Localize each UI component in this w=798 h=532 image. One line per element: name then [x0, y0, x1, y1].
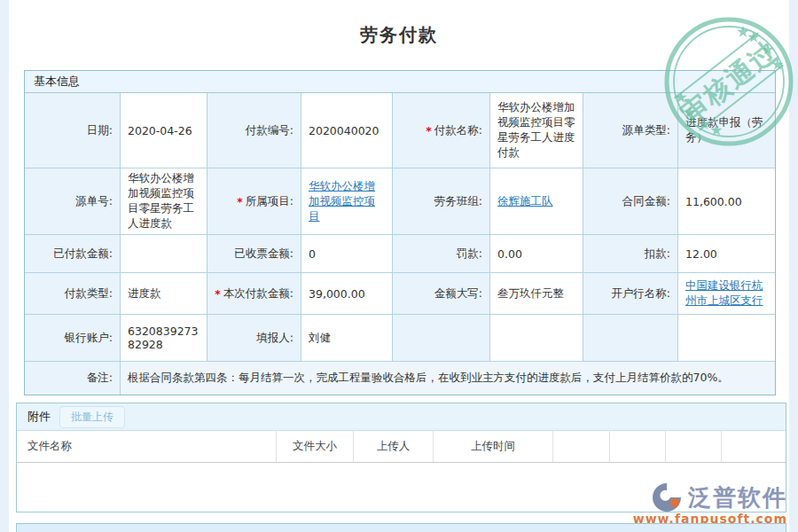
- page-title: 劳务付款: [9, 23, 789, 47]
- field-label-text: 日期:: [87, 123, 113, 138]
- fanpu-logo-icon: [651, 481, 683, 513]
- page-card: 劳务付款 基本信息 日期: 2020-04-26 付款编号: 202004002…: [9, 0, 789, 532]
- field-value-text: 华软办公楼增加视频监控项目零星劳务工人进度款: [128, 171, 200, 231]
- field-value-text: 刘健: [309, 331, 331, 346]
- field-value-source-type: 进度款申报（劳务）: [678, 93, 775, 168]
- field-value-paid-amount: [121, 235, 207, 273]
- field-label-text: 源单类型:: [622, 123, 670, 138]
- field-value-amount-words: 叁万玖仟元整: [490, 273, 583, 315]
- field-label-source-no: 源单号:: [25, 168, 121, 235]
- field-label-text: 所属项目:: [246, 194, 293, 209]
- field-value-fine: 0.00: [490, 235, 583, 273]
- field-value-bank-name: 中国建设银行杭州市上城区支行: [678, 273, 775, 315]
- field-label-payment-no: 付款编号:: [207, 93, 301, 168]
- field-label-text: 金额大写:: [434, 286, 482, 301]
- basic-info-table: 日期: 2020-04-26 付款编号: 2020040020 *付款名称: 华…: [25, 93, 775, 395]
- field-label-text: 已收票金额:: [234, 246, 293, 262]
- field-label-text: 已付款金额:: [53, 246, 113, 262]
- field-label-text: 付款名称:: [434, 123, 482, 138]
- field-label-bank-name: 开户行名称:: [583, 273, 678, 315]
- field-value-contract-amount: 11,600.00: [678, 168, 775, 235]
- field-label-contract-amount: 合同金额:: [583, 168, 678, 235]
- field-value-deduction: 12.00: [678, 235, 775, 273]
- field-value-labor-team: 徐辉施工队: [490, 168, 583, 235]
- empty-value-cell: [678, 315, 775, 362]
- field-value-current-payment: 39,000.00: [301, 273, 393, 315]
- required-marker: *: [426, 124, 432, 137]
- basic-info-section: 基本信息 日期: 2020-04-26 付款编号: 2020040020 *付款…: [24, 70, 776, 395]
- field-label-fine: 罚款:: [393, 235, 490, 273]
- field-value-payment-type: 进度款: [121, 273, 207, 315]
- field-label-remark: 备注:: [25, 362, 121, 395]
- field-label-text: 罚款:: [457, 246, 482, 262]
- empty-value-cell: [490, 315, 583, 362]
- field-label-invoiced-amount: 已收票金额:: [207, 235, 301, 273]
- next-section-header: [16, 523, 786, 532]
- field-value-invoiced-amount: 0: [301, 235, 393, 273]
- field-value-source-no: 华软办公楼增加视频监控项目零星劳务工人进度款: [121, 168, 207, 235]
- field-label-text: 扣款:: [645, 246, 670, 262]
- field-label-date: 日期:: [25, 93, 121, 168]
- field-value-text: 0: [309, 247, 316, 261]
- project-link[interactable]: 华软办公楼增加视频监控项目: [309, 179, 385, 224]
- field-label-text: 本次付款金额:: [223, 286, 293, 301]
- empty-label-cell: [583, 315, 678, 362]
- field-label-text: 源单号:: [75, 194, 113, 209]
- field-value-bank-account: 632083927382928: [121, 315, 207, 362]
- field-value-preparer: 刘健: [301, 315, 393, 362]
- attachment-extra-column: [610, 431, 666, 463]
- column-file-name: 文件名称: [17, 431, 277, 463]
- field-value-remark: 根据合同条款第四条：每月结算一次，完成工程量验收合格后，在收到业主方支付的进度款…: [121, 362, 775, 395]
- field-label-text: 填报人:: [256, 331, 293, 346]
- basic-info-section-title: 基本信息: [25, 71, 775, 93]
- field-label-project: *所属项目:: [207, 168, 301, 235]
- field-value-date: 2020-04-26: [121, 93, 207, 168]
- field-value-text: 0.00: [497, 247, 522, 261]
- attachments-table-header: 文件名称 文件大小 上传人 上传时间: [17, 431, 786, 463]
- attachments-header-bar: 附件 批量上传: [17, 403, 786, 431]
- field-label-payment-type: 付款类型:: [25, 273, 121, 315]
- field-label-text: 付款编号:: [246, 123, 293, 138]
- field-value-text: 2020040020: [309, 124, 379, 137]
- field-label-text: 银行账户:: [65, 331, 113, 346]
- field-label-text: 合同金额:: [622, 194, 670, 209]
- field-label-bank-account: 银行账户:: [25, 315, 121, 362]
- field-label-amount-words: 金额大写:: [393, 273, 490, 315]
- field-value-text: 39,000.00: [309, 287, 365, 301]
- field-value-payment-name: 华软办公楼增加视频监控项目零星劳务工人进度付款: [490, 93, 583, 168]
- required-marker: *: [237, 195, 243, 208]
- empty-label-cell: [393, 315, 490, 362]
- column-upload-time: 上传时间: [434, 431, 553, 463]
- field-label-source-type: 源单类型:: [583, 93, 678, 168]
- field-label-payment-name: *付款名称:: [393, 93, 490, 168]
- field-label-current-payment: *本次付款金额:: [207, 273, 301, 315]
- attachment-extra-column: [722, 431, 786, 463]
- field-value-project: 华软办公楼增加视频监控项目: [301, 168, 393, 235]
- footer-logo-text: 泛普软件: [688, 482, 787, 513]
- footer-logo: 泛普软件 www.fanpusoft.com: [633, 481, 787, 526]
- field-label-text: 开户行名称:: [611, 286, 670, 301]
- field-value-text: 叁万玖仟元整: [497, 286, 564, 301]
- field-label-deduction: 扣款:: [583, 235, 678, 273]
- field-label-labor-team: 劳务班组:: [393, 168, 490, 235]
- bank-name-link[interactable]: 中国建设银行杭州市上城区支行: [685, 278, 768, 309]
- field-value-text: 进度款申报（劳务）: [685, 115, 768, 145]
- column-uploader: 上传人: [354, 431, 434, 463]
- field-label-preparer: 填报人:: [207, 315, 301, 362]
- field-label-text: 备注:: [87, 371, 113, 386]
- field-value-payment-no: 2020040020: [301, 93, 393, 168]
- required-marker: *: [215, 287, 221, 301]
- attachments-label: 附件: [27, 409, 51, 425]
- column-file-size: 文件大小: [277, 431, 354, 463]
- batch-upload-button[interactable]: 批量上传: [59, 406, 125, 428]
- labor-team-link[interactable]: 徐辉施工队: [497, 194, 553, 209]
- field-value-text: 进度款: [128, 286, 161, 301]
- field-value-text: 632083927382928: [128, 325, 200, 351]
- field-value-text: 11,600.00: [685, 195, 742, 208]
- field-label-paid-amount: 已付款金额:: [25, 235, 121, 273]
- field-value-text: 2020-04-26: [128, 124, 192, 137]
- field-value-text: 12.00: [685, 247, 717, 261]
- attachment-extra-column: [553, 431, 610, 463]
- field-value-text: 华软办公楼增加视频监控项目零星劳务工人进度付款: [497, 100, 575, 160]
- field-value-text: 根据合同条款第四条：每月结算一次，完成工程量验收合格后，在收到业主方支付的进度款…: [128, 371, 729, 386]
